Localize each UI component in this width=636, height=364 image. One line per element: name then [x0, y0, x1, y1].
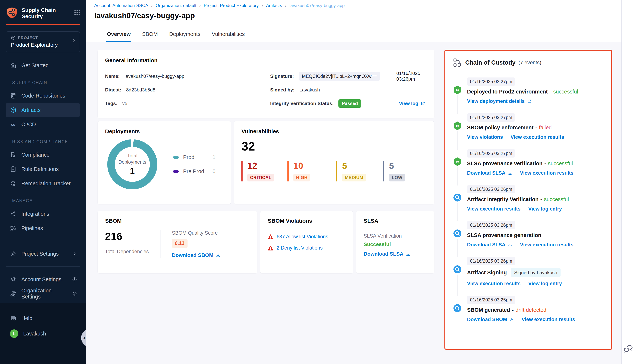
module-grid-icon[interactable] — [74, 9, 80, 16]
breadcrumb-current[interactable]: lavakush07/easy-buggy-app — [289, 3, 344, 8]
view-log-entry-link[interactable]: View log entry — [528, 206, 562, 212]
download-slsa-link[interactable]: Download SLSA — [467, 242, 512, 248]
remediation-tracker-icon — [10, 180, 16, 187]
tab-sbom[interactable]: SBOM — [142, 26, 158, 42]
warning-triangle-icon — [268, 246, 273, 251]
view-execution-results-link[interactable]: View execution results — [511, 134, 564, 140]
custody-event: ∞ 01/16/2025 03:27pm Deployed to Prod2 e… — [453, 78, 604, 113]
verification-scan-icon — [453, 193, 462, 202]
tab-vulnerabilities[interactable]: Vulnerabilities — [211, 26, 245, 42]
event-separator: - — [550, 89, 551, 95]
tab-overview[interactable]: Overview — [106, 26, 131, 42]
sidebar-item-organization-settings[interactable]: Organization Settings — [6, 286, 80, 301]
legend-value: 1 — [212, 154, 216, 160]
view-log-link[interactable]: View log — [399, 101, 425, 106]
general-information-card: General Information Name: lavakush07/eas… — [98, 50, 434, 118]
event-status: successful — [548, 160, 573, 166]
view-violations-link[interactable]: View violations — [467, 134, 503, 140]
deny-list-violations-link[interactable]: 2 Deny list Violations — [276, 245, 322, 251]
sidebar-item-help[interactable]: ? Help — [6, 310, 80, 326]
breadcrumb-artifacts[interactable]: Artifacts — [266, 3, 282, 8]
svg-text:∞: ∞ — [456, 159, 459, 164]
view-execution-results-link[interactable]: View execution results — [520, 242, 574, 248]
sbom-total-label: Total Dependencies — [105, 249, 160, 254]
sidebar-item-project-settings[interactable]: Project Settings — [6, 246, 80, 261]
tab-deployments[interactable]: Deployments — [168, 26, 201, 42]
supply-chain-security-logo-icon — [6, 6, 18, 19]
view-execution-results-link[interactable]: View execution results — [467, 281, 520, 286]
breadcrumb-project[interactable]: Project: Product Exploratory — [204, 3, 259, 8]
medium-count: 5 — [342, 161, 383, 171]
sidebar-item-remediation-tracker[interactable]: Remediation Tracker — [6, 176, 80, 191]
project-selector[interactable]: PROJECT Product Exploratory — [6, 32, 80, 52]
custody-event: 01/16/2025 03:26pm Artifact Integrity Ve… — [453, 185, 604, 221]
breadcrumb-separator-icon: › — [262, 3, 263, 8]
sidebar-item-pipelines[interactable]: Pipelines — [6, 221, 80, 235]
card-title: Vulnerabilities — [242, 128, 427, 134]
allow-list-violations-link[interactable]: 637 Allow list Violations — [276, 234, 328, 240]
sidebar-item-user[interactable]: L Lavakush — [6, 326, 80, 341]
sidebar-item-integrations[interactable]: Integrations — [6, 207, 80, 221]
sbom-total-dependencies: 216 — [105, 230, 160, 242]
sidebar-item-account-settings[interactable]: Account Settings — [6, 272, 80, 286]
severity-high: 10 HIGH — [288, 161, 336, 182]
download-sbom-link[interactable]: Download SBOM — [172, 252, 221, 258]
breadcrumb-organization[interactable]: Organization: default — [156, 3, 196, 8]
sidebar-item-label: Code Repositories — [21, 93, 65, 99]
sidebar-divider — [6, 266, 80, 267]
page-header: Account: Automation-SSCA › Organization:… — [86, 0, 622, 26]
breadcrumb-account[interactable]: Account: Automation-SSCA — [94, 3, 148, 8]
app-title: Supply Chain Security — [22, 7, 74, 20]
download-slsa-link[interactable]: Download SLSA — [364, 251, 410, 257]
event-title: Artifact Signing — [467, 270, 507, 276]
signature-value[interactable]: MEQCICde2VjIT...bL+2+mqnOXw== — [299, 72, 380, 80]
tags-value: v5 — [122, 101, 127, 106]
collapse-arrow-icon: ◀ — [83, 336, 86, 340]
view-log-entry-link[interactable]: View log entry — [528, 281, 562, 286]
sidebar-item-label: Account Settings — [21, 276, 62, 282]
critical-count: 12 — [247, 161, 288, 171]
svg-text:?: ? — [12, 316, 14, 318]
code-repository-icon — [10, 92, 16, 99]
pipeline-hexagon-icon: ∞ — [453, 157, 462, 166]
breadcrumb-separator-icon: › — [199, 3, 201, 8]
donut-total-value: 1 — [130, 166, 135, 176]
sidebar-item-artifacts[interactable]: Artifacts — [6, 103, 80, 117]
sidebar-item-rule-definitions[interactable]: Rule Definitions — [6, 162, 80, 176]
sidebar-footer: ? Help L Lavakush — [0, 303, 86, 364]
download-slsa-link[interactable]: Download SLSA — [467, 170, 512, 176]
download-sbom-link[interactable]: Download SBOM — [467, 317, 514, 322]
account-settings-layers-icon — [10, 276, 16, 283]
tags-label: Tags: — [105, 101, 118, 106]
vulnerabilities-total: 32 — [242, 139, 427, 153]
sidebar-item-label: Get Started — [21, 62, 48, 68]
sidebar-item-code-repositories[interactable]: Code Repositories — [6, 88, 80, 103]
card-title: SBOM — [105, 218, 250, 224]
signed-by-value: Lavakush — [300, 87, 320, 93]
view-execution-results-link[interactable]: View execution results — [520, 170, 574, 176]
info-icon — [72, 291, 77, 296]
support-chat-icon[interactable] — [624, 345, 634, 354]
sidebar-item-get-started[interactable]: Get Started — [6, 58, 80, 72]
download-sbom-label: Download SBOM — [172, 252, 214, 258]
name-label: Name: — [105, 74, 120, 79]
project-kicker-label: PROJECT — [18, 36, 38, 40]
event-timestamp: 01/16/2025 03:26pm — [467, 185, 515, 194]
event-separator: - — [512, 307, 514, 313]
main-content: General Information Name: lavakush07/eas… — [86, 42, 622, 364]
digest-value: 8d23bd3b5d8f — [126, 87, 156, 93]
sidebar-item-label: Remediation Tracker — [21, 180, 71, 186]
integrity-status-label: Integrity Verification Status: — [270, 101, 334, 106]
user-avatar: L — [10, 330, 18, 338]
sidebar-item-cicd[interactable]: ∞ CI/CD — [6, 117, 80, 132]
view-deployment-details-link[interactable]: View deployment details — [467, 98, 532, 104]
nav-heading-manage: MANAGE — [12, 198, 86, 203]
sbom-quality-score-value: 6.13 — [172, 239, 188, 248]
view-execution-results-link[interactable]: View execution results — [522, 317, 575, 322]
prod-swatch-icon — [173, 156, 179, 159]
sidebar-item-compliance[interactable]: Compliance — [6, 148, 80, 162]
custody-event: ∞ 01/16/2025 03:27pm SLSA provenance ver… — [453, 149, 604, 185]
view-execution-results-link[interactable]: View execution results — [467, 206, 520, 212]
sidebar-item-label: Rule Definitions — [21, 166, 59, 172]
sidebar-item-label: Compliance — [21, 152, 50, 158]
